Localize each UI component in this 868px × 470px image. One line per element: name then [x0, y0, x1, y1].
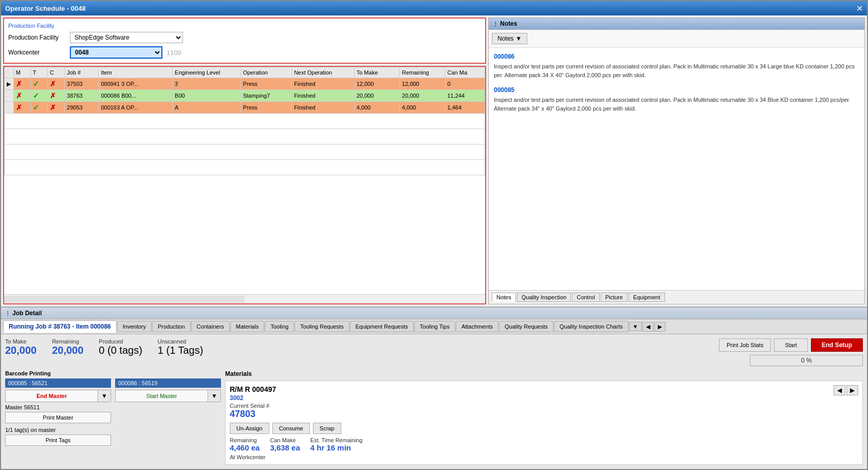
bottom-panels: Barcode Printing 000085 : 56521 End Mast…: [1, 370, 867, 469]
row-eng: 3: [173, 78, 241, 90]
start-master-button[interactable]: Start Master: [115, 390, 208, 402]
tab-tooling[interactable]: Tooling: [265, 321, 294, 332]
material-nav-right[interactable]: ▶: [846, 385, 858, 395]
unscanned-value: 1 (1 Tags): [158, 345, 204, 356]
material-nav: ◀ ▶: [834, 385, 858, 395]
tab-equipment-requests[interactable]: Equipment Requests: [350, 321, 414, 332]
table-row[interactable]: ▶ ✗ ✓ ✗ 37503 000941 3 OP... 3 Press Fin…: [5, 78, 485, 90]
row-arrow: [5, 102, 14, 114]
tab-picture[interactable]: Picture: [601, 293, 627, 302]
facility-select[interactable]: ShopEdge Software: [70, 32, 183, 43]
progress-bar: 0 %: [750, 355, 863, 366]
table-row[interactable]: ✗ ✓ ✗ 29053 000163 A OP... A Press Finis…: [5, 102, 485, 114]
barcode-col1-header: 000085 : 56521: [5, 378, 111, 388]
scrap-button[interactable]: Scrap: [313, 423, 341, 434]
row-can-make: 0: [445, 78, 485, 90]
note-2-text: Inspect and/or test parts per current re…: [494, 96, 859, 113]
workcenter-select[interactable]: 0048: [70, 46, 162, 59]
tab-quality-requests[interactable]: Quality Requests: [499, 321, 553, 332]
start-master-arrow-button[interactable]: ▼: [208, 390, 221, 402]
barcode-panel: Barcode Printing 000085 : 56521 End Mast…: [5, 370, 221, 465]
col-m: M: [13, 67, 30, 78]
table-hscroll[interactable]: [4, 294, 485, 303]
job-detail-tabs-bar: Running Job # 38763 - Item 000086 Invent…: [1, 319, 867, 334]
row-t: ✓: [30, 90, 47, 102]
row-remaining: 4,000: [400, 102, 445, 114]
remaining-label: Remaining: [52, 338, 83, 345]
row-op: Press: [241, 102, 291, 114]
barcode-col-1: 000085 : 56521 End Master ▼ Master 56511…: [5, 378, 111, 448]
job-detail-section: ⋮ Job Detail Running Job # 38763 - Item …: [1, 306, 867, 469]
tags-text: 1/1 tag(s) on master: [5, 427, 111, 433]
mat-remaining-value: 4,460 ea: [230, 443, 260, 452]
tab-nav-down[interactable]: ▼: [629, 322, 642, 331]
tab-attachments[interactable]: Attachments: [456, 321, 498, 332]
end-master-button[interactable]: End Master: [5, 390, 98, 402]
material-stats: Remaining 4,460 ea Can Make 3,638 ea Est…: [230, 437, 858, 452]
col-eng: Engineering Level: [173, 67, 241, 78]
notes-header-title: Notes: [500, 20, 517, 27]
tab-notes[interactable]: Notes: [492, 293, 516, 302]
note-1-text: Inspect and/or test parts per current re…: [494, 62, 859, 79]
note-1: 000086 Inspect and/or test parts per cur…: [494, 53, 859, 79]
main-window: Operator Schedule - 0048 ✕ Production Fa…: [0, 0, 868, 470]
tab-equipment[interactable]: Equipment: [629, 293, 665, 302]
material-nav-left[interactable]: ◀: [834, 385, 845, 395]
end-master-arrow-button[interactable]: ▼: [98, 390, 111, 402]
tab-quality-inspection-charts[interactable]: Quality Inspection Charts: [554, 321, 629, 332]
row-to-make: 20,000: [354, 90, 399, 102]
row-op: Stamping7: [241, 90, 291, 102]
end-setup-button[interactable]: End Setup: [811, 338, 863, 352]
tab-tooling-tips[interactable]: Tooling Tips: [414, 321, 455, 332]
col-op: Operation: [241, 67, 291, 78]
tab-quality-inspection[interactable]: Quality Inspection: [517, 293, 571, 302]
produced-value: 0 (0 tags): [99, 345, 142, 356]
row-arrow: ▶: [5, 78, 14, 90]
row-c: ✗: [47, 90, 64, 102]
row-t: ✓: [30, 102, 47, 114]
mat-remaining-label: Remaining: [230, 437, 260, 443]
row-item: 000941 3 OP...: [99, 78, 173, 90]
table-row-empty: [5, 160, 485, 175]
job-btn-row-1: Print Job Stats Start End Setup: [719, 338, 863, 352]
row-remaining: 20,000: [400, 90, 445, 102]
row-can-make: 1,464: [445, 102, 485, 114]
tab-nav-left[interactable]: ◀: [642, 322, 654, 332]
unassign-button[interactable]: Un-Assign: [230, 423, 269, 434]
tab-tooling-requests[interactable]: Tooling Requests: [294, 321, 349, 332]
barcode-col-2: 000086 : 56519 Start Master ▼: [115, 378, 221, 448]
consume-button[interactable]: Consume: [272, 423, 310, 434]
facility-section: Production Facility Production Facility …: [3, 17, 486, 64]
row-c: ✗: [47, 78, 64, 90]
workcenter-num: 1100: [167, 49, 181, 57]
tab-nav-right[interactable]: ▶: [654, 322, 666, 332]
print-tags-button[interactable]: Print Tags: [5, 435, 111, 446]
tab-control[interactable]: Control: [572, 293, 599, 302]
barcode-col2-header: 000086 : 56519: [115, 378, 221, 388]
horizontal-scrollbar[interactable]: [4, 296, 245, 303]
table-row-empty: [5, 144, 485, 160]
tab-production[interactable]: Production: [152, 321, 191, 332]
facility-row: Production Facility ShopEdge Software: [8, 32, 481, 43]
notes-panel: ⋮ Notes Notes ▼ 000086 Inspect and/or te…: [488, 17, 865, 304]
close-button[interactable]: ✕: [856, 4, 863, 13]
progress-text: 0 %: [801, 357, 812, 364]
mat-stat-remaining: Remaining 4,460 ea: [230, 437, 260, 452]
start-button[interactable]: Start: [774, 338, 807, 352]
job-detail-title: Job Detail: [12, 310, 42, 317]
tab-running-job[interactable]: Running Job # 38763 - Item 000086: [3, 320, 117, 333]
print-master-button[interactable]: Print Master: [5, 412, 111, 423]
mat-can-make-label: Can Make: [270, 437, 300, 443]
tab-materials[interactable]: Materials: [230, 321, 265, 332]
remaining-value: 20,000: [52, 345, 83, 356]
notes-header-icon: ⋮: [493, 21, 498, 27]
table-row[interactable]: ✗ ✓ ✗ 38763 000086 B00... B00 Stamping7 …: [5, 90, 485, 102]
tab-containers[interactable]: Containers: [191, 321, 230, 332]
tab-inventory[interactable]: Inventory: [117, 321, 152, 332]
note-2-id: 000085: [494, 86, 859, 94]
at-workcenter: At Workcenter: [230, 454, 858, 460]
notes-dropdown-button[interactable]: Notes ▼: [492, 33, 527, 44]
produced-label: Produced: [99, 338, 142, 345]
print-job-stats-button[interactable]: Print Job Stats: [719, 338, 771, 352]
job-stats: To Make 20,000 Remaining 20,000 Produced…: [5, 338, 711, 366]
